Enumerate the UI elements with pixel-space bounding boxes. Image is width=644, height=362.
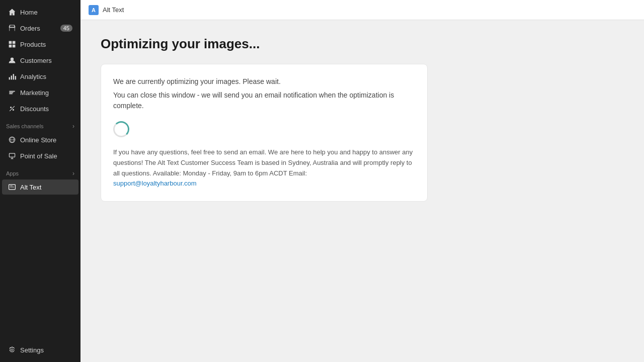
sidebar-item-online-store[interactable]: Online Store [2,132,78,147]
apps-chevron: › [72,170,74,177]
orders-badge: 45 [60,25,72,32]
svg-point-4 [11,57,14,60]
products-icon [8,40,16,48]
sidebar-item-point-of-sale[interactable]: Point of Sale [2,148,78,163]
svg-rect-8 [15,76,16,79]
svg-point-9 [10,107,12,108]
svg-rect-3 [13,45,16,48]
sidebar-item-analytics[interactable]: Analytics [2,69,78,84]
svg-rect-6 [11,75,12,79]
sales-channels-chevron: › [72,123,74,130]
discounts-icon [8,105,16,113]
svg-rect-7 [13,74,14,79]
status-line-2: You can close this window - we will send… [113,90,415,111]
marketing-icon [8,88,16,97]
sidebar-item-discounts[interactable]: Discounts [2,101,78,116]
status-line-1: We are currently optimizing your images.… [113,76,415,87]
online-store-icon [8,136,16,144]
customers-icon [8,56,16,64]
support-email-link[interactable]: support@loyaltyharbour.com [113,179,197,187]
info-paragraph: If you have any questions, feel free to … [113,147,415,189]
spinner-container [113,121,415,137]
sales-channels-header: Sales channels › [0,117,80,132]
sidebar-item-home[interactable]: Home [2,5,78,20]
sidebar-item-customers[interactable]: Customers [2,53,78,68]
svg-rect-5 [9,77,10,80]
sidebar-item-marketing[interactable]: Marketing [2,85,78,100]
sidebar-item-products[interactable]: Products [2,37,78,52]
sidebar-item-orders[interactable]: Orders 45 [2,21,78,36]
svg-rect-0 [9,41,12,44]
info-card: We are currently optimizing your images.… [101,64,428,202]
apps-header: Apps › [0,164,80,179]
svg-rect-1 [13,41,16,44]
loading-spinner [113,121,129,137]
point-of-sale-icon [8,152,16,160]
main-content: A Alt Text Optimizing your images... We … [80,0,644,362]
alt-text-icon [8,183,16,191]
page-heading: Optimizing your images... [101,36,624,52]
svg-rect-12 [9,153,15,157]
top-bar-title: Alt Text [103,6,124,14]
settings-icon [8,346,16,354]
sidebar-item-settings[interactable]: Settings [2,342,78,357]
sidebar: Home Orders 45 Products Customers Analyt… [0,0,80,362]
app-icon: A [89,5,99,15]
page-body: Optimizing your images... We are current… [80,20,644,362]
home-icon [8,8,16,16]
top-bar: A Alt Text [80,0,644,20]
svg-point-10 [13,109,14,111]
svg-rect-2 [9,45,12,48]
orders-icon [8,24,16,32]
sidebar-item-alt-text[interactable]: Alt Text [2,179,78,195]
analytics-icon [8,72,16,80]
